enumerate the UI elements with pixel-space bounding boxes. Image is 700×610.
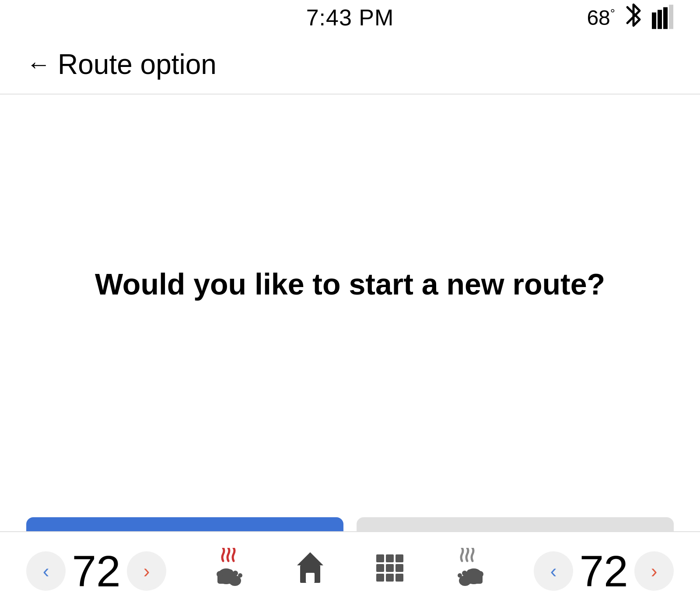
- left-chevron-icon-right: ‹: [550, 560, 557, 582]
- svg-point-29: [467, 569, 473, 575]
- svg-rect-22: [386, 574, 394, 582]
- content-area: Would you like to start a new route?: [0, 95, 700, 500]
- grid-icon: [374, 553, 405, 590]
- svg-point-9: [227, 569, 233, 575]
- svg-rect-20: [396, 564, 403, 572]
- status-bar: 7:43 PM 68°: [0, 0, 700, 35]
- svg-point-31: [458, 573, 462, 578]
- svg-rect-21: [376, 574, 384, 582]
- svg-point-28: [472, 569, 478, 575]
- bottom-nav-bar: ‹ 72 ›: [0, 531, 700, 610]
- svg-point-8: [222, 569, 228, 575]
- svg-marker-12: [297, 552, 323, 565]
- svg-rect-0: [652, 12, 656, 29]
- svg-rect-1: [658, 10, 662, 29]
- page-body: 7:43 PM 68° ←: [0, 0, 700, 610]
- svg-rect-16: [386, 554, 394, 562]
- heat-foot-right-group: [454, 548, 485, 594]
- svg-point-30: [462, 571, 467, 576]
- svg-rect-3: [669, 4, 673, 29]
- page-title: Route option: [58, 48, 217, 81]
- left-nav-number: 72: [70, 546, 122, 596]
- svg-point-11: [238, 573, 242, 578]
- signal-icon: [652, 4, 674, 31]
- svg-rect-19: [386, 564, 394, 572]
- bluetooth-icon: [624, 2, 643, 33]
- heat-foot-left-group: [215, 548, 246, 594]
- heat-foot-left-icon: [215, 548, 246, 594]
- svg-rect-18: [376, 564, 384, 572]
- svg-point-7: [217, 571, 223, 577]
- back-arrow-icon: ←: [26, 52, 51, 77]
- status-temperature: 68°: [587, 6, 615, 30]
- right-nav-number: 72: [578, 546, 630, 596]
- svg-rect-17: [396, 554, 403, 562]
- svg-point-27: [477, 571, 483, 577]
- left-chevron-icon: ‹: [43, 560, 49, 582]
- status-time: 7:43 PM: [306, 4, 394, 31]
- header: ← Route option: [0, 35, 700, 95]
- left-increment-button[interactable]: ›: [127, 551, 166, 591]
- grid-group: [374, 553, 405, 590]
- back-button[interactable]: ← Route option: [26, 48, 217, 81]
- question-text: Would you like to start a new route?: [95, 265, 605, 303]
- left-nav-group: ‹ 72 ›: [26, 546, 166, 596]
- home-icon: [295, 550, 326, 592]
- svg-rect-15: [376, 554, 384, 562]
- right-nav-group: ‹ 72 ›: [534, 546, 674, 596]
- svg-point-10: [233, 571, 238, 576]
- right-increment-button[interactable]: ›: [634, 551, 674, 591]
- right-decrement-button[interactable]: ‹: [534, 551, 573, 591]
- right-chevron-icon-left: ›: [144, 560, 150, 582]
- svg-rect-2: [663, 7, 668, 29]
- status-right: 68°: [587, 2, 674, 33]
- home-group: [295, 550, 326, 592]
- left-decrement-button[interactable]: ‹: [26, 551, 66, 591]
- svg-rect-23: [396, 574, 403, 582]
- heat-foot-right-icon: [454, 548, 485, 594]
- right-chevron-icon-right: ›: [651, 560, 658, 582]
- svg-rect-14: [306, 573, 315, 583]
